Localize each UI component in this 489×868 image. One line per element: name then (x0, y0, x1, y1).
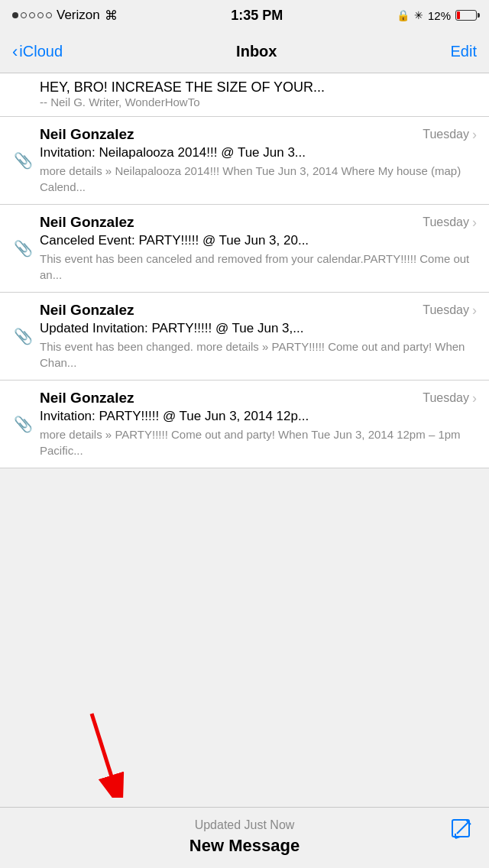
edit-button[interactable]: Edit (451, 43, 477, 60)
updated-label: Updated Just Now (195, 818, 295, 832)
dot-5 (46, 12, 52, 18)
email-preview: This event has been canceled and removed… (40, 251, 477, 283)
email-preview: more details » PARTY!!!!! Come out and p… (40, 426, 477, 458)
email-subject: Invitation: PARTY!!!!! @ Tue Jun 3, 2014… (40, 409, 477, 424)
bottom-bar: Updated Just Now New Message (0, 807, 489, 868)
new-message-label: New Message (189, 836, 300, 856)
attachment-icon: 📎 (14, 151, 33, 170)
attachment-icon: 📎 (14, 327, 33, 345)
email-date: Tuesday (423, 391, 469, 405)
status-left: Verizon ⌘ (12, 8, 118, 24)
email-sender: Neil Gonzalez (40, 214, 134, 231)
partial-preview: -- Neil G. Writer, WonderHowTo (40, 96, 477, 108)
email-subject: Canceled Event: PARTY!!!!! @ Tue Jun 3, … (40, 233, 477, 248)
email-item[interactable]: 📎 Neil Gonzalez Tuesday › Invitation: PA… (0, 381, 489, 468)
email-sender: Neil Gonzalez (40, 126, 134, 143)
lock-icon: 🔒 (397, 9, 410, 21)
email-date: Tuesday (423, 128, 469, 141)
nav-bar: ‹ iCloud Inbox Edit (0, 31, 489, 73)
email-date-area: Tuesday › (423, 127, 477, 143)
partial-email-item[interactable]: HEY, BRO! INCREASE THE SIZE OF YOUR... -… (0, 73, 489, 117)
svg-line-3 (457, 821, 469, 834)
attachment-icon: 📎 (14, 415, 33, 433)
email-date-area: Tuesday › (423, 215, 477, 231)
email-sender: Neil Gonzalez (40, 390, 134, 406)
email-header: Neil Gonzalez Tuesday › (40, 126, 477, 143)
email-preview: This event has been changed. more detail… (40, 338, 477, 371)
compose-icon (449, 817, 474, 841)
signal-dots (12, 12, 52, 18)
email-date-area: Tuesday › (423, 390, 477, 406)
email-chevron-icon: › (472, 303, 477, 319)
partial-subject: HEY, BRO! INCREASE THE SIZE OF YOUR... (40, 79, 477, 96)
email-item[interactable]: 📎 Neil Gonzalez Tuesday › Canceled Event… (0, 205, 489, 293)
email-list: HEY, BRO! INCREASE THE SIZE OF YOUR... -… (0, 73, 489, 468)
email-date: Tuesday (423, 303, 469, 317)
email-date-area: Tuesday › (423, 303, 477, 319)
email-date: Tuesday (423, 215, 469, 229)
email-subject: Invitation: Neilapalooza 2014!!! @ Tue J… (40, 145, 477, 160)
dot-1 (12, 12, 18, 18)
compose-button[interactable] (449, 817, 474, 847)
email-header: Neil Gonzalez Tuesday › (40, 390, 477, 406)
carrier-label: Verizon (57, 8, 100, 23)
email-sender: Neil Gonzalez (40, 302, 134, 319)
battery-icon (455, 10, 477, 21)
back-chevron-icon: ‹ (12, 42, 18, 62)
page-title: Inbox (236, 43, 277, 60)
email-chevron-icon: › (472, 127, 477, 143)
back-label: iCloud (19, 43, 63, 60)
attachment-icon: 📎 (14, 239, 33, 257)
svg-line-1 (92, 714, 115, 786)
back-button[interactable]: ‹ iCloud (12, 42, 63, 62)
dot-4 (37, 12, 44, 18)
email-header: Neil Gonzalez Tuesday › (40, 214, 477, 231)
arrow-annotation (46, 706, 168, 798)
dot-3 (29, 12, 35, 18)
email-chevron-icon: › (472, 215, 477, 231)
status-time: 1:35 PM (231, 8, 283, 24)
email-item[interactable]: 📎 Neil Gonzalez Tuesday › Updated Invita… (0, 293, 489, 381)
wifi-icon: ⌘ (105, 8, 118, 24)
email-preview: more details » Neilapalooza 2014!!! When… (40, 163, 477, 195)
dot-2 (21, 12, 27, 18)
email-chevron-icon: › (472, 390, 477, 406)
bluetooth-icon: ✳ (414, 9, 423, 21)
email-header: Neil Gonzalez Tuesday › (40, 302, 477, 319)
email-subject: Updated Invitation: PARTY!!!!! @ Tue Jun… (40, 321, 477, 336)
status-right: 🔒 ✳ 12% (397, 9, 477, 22)
email-item[interactable]: 📎 Neil Gonzalez Tuesday › Invitation: Ne… (0, 117, 489, 205)
battery-percent: 12% (428, 9, 451, 22)
battery-fill (457, 11, 460, 19)
status-bar: Verizon ⌘ 1:35 PM 🔒 ✳ 12% (0, 0, 489, 31)
